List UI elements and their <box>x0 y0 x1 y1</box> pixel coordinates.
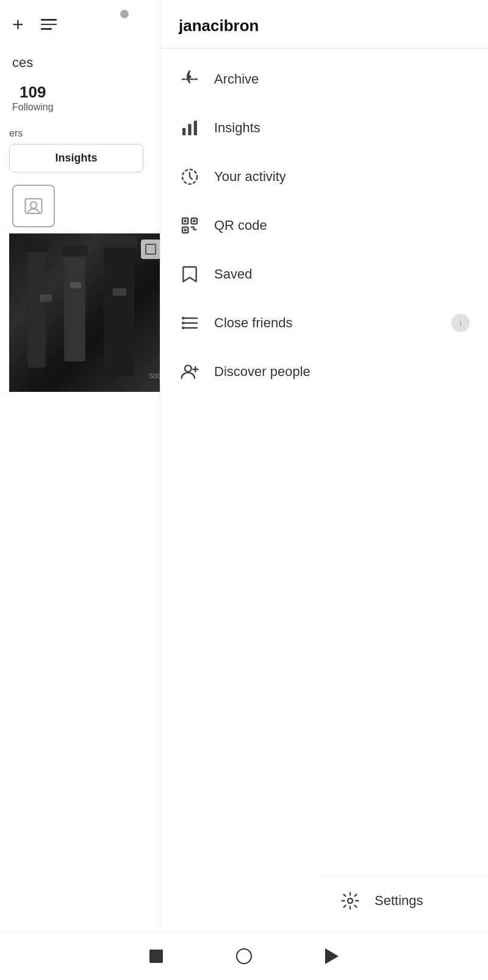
svg-marker-16 <box>182 316 185 319</box>
svg-rect-5 <box>194 121 197 135</box>
menu-item-settings[interactable]: Settings <box>321 876 488 925</box>
nav-home-button[interactable] <box>236 948 252 964</box>
svg-rect-11 <box>193 220 195 222</box>
svg-rect-10 <box>184 220 187 222</box>
menu-header: janacibron <box>160 0 488 49</box>
android-nav-bar <box>0 931 488 980</box>
qr-label: QR code <box>214 218 267 233</box>
partial-followers: ers <box>9 128 151 139</box>
svg-point-22 <box>348 898 353 903</box>
discover-icon <box>179 361 201 383</box>
menu-item-close-friends[interactable]: Close friends i <box>160 299 488 347</box>
insights-label: Insights <box>214 120 260 136</box>
qr-icon <box>179 215 201 236</box>
saved-label: Saved <box>214 266 252 282</box>
camera-person-icon <box>23 195 45 217</box>
photo-grid-item[interactable]: 500 <box>9 233 160 392</box>
archive-icon <box>179 68 201 90</box>
photo-bw: 500 <box>9 233 160 392</box>
username-label: janacibron <box>179 16 259 35</box>
profile-section: ces 109 Following ers Insights <box>0 49 160 404</box>
discover-label: Discover people <box>214 364 310 380</box>
left-panel: + ces 109 Following ers Insights <box>0 0 160 980</box>
activity-label: Your activity <box>214 169 286 185</box>
svg-rect-3 <box>182 128 185 135</box>
nav-square-button[interactable] <box>149 950 163 963</box>
menu-item-activity[interactable]: Your activity <box>160 152 488 201</box>
activity-icon <box>179 166 201 188</box>
stats-row: 109 Following <box>9 83 151 113</box>
svg-point-1 <box>30 202 37 208</box>
svg-rect-0 <box>26 199 42 213</box>
menu-item-qr[interactable]: QR code <box>160 201 488 250</box>
close-friends-label: Close friends <box>214 315 292 331</box>
partial-label: ces <box>9 55 151 71</box>
svg-point-19 <box>185 365 192 372</box>
following-stat: 109 Following <box>12 83 54 113</box>
archive-label: Archive <box>214 71 259 87</box>
menu-item-insights[interactable]: Insights <box>160 104 488 152</box>
hamburger-menu[interactable] <box>41 19 57 30</box>
settings-icon <box>339 890 361 912</box>
add-photo-placeholder[interactable] <box>12 185 55 227</box>
new-post-button[interactable]: + <box>12 13 24 36</box>
insights-button[interactable]: Insights <box>9 144 143 172</box>
menu-item-saved[interactable]: Saved <box>160 250 488 299</box>
menu-item-archive[interactable]: Archive <box>160 55 488 104</box>
insights-icon <box>179 117 201 139</box>
left-top-bar: + <box>0 0 160 49</box>
svg-rect-12 <box>184 229 187 231</box>
following-count: 109 <box>20 83 46 102</box>
close-friends-badge: i <box>451 314 470 332</box>
svg-marker-18 <box>182 326 185 329</box>
settings-label: Settings <box>375 893 423 909</box>
menu-item-discover[interactable]: Discover people <box>160 347 488 396</box>
right-panel: janacibron Archive <box>160 0 488 980</box>
following-label: Following <box>12 102 54 113</box>
saved-icon <box>179 263 201 285</box>
menu-items-list: Archive Insights Your activity <box>160 49 488 402</box>
nav-back-button[interactable] <box>325 948 339 964</box>
svg-point-2 <box>189 76 191 78</box>
svg-marker-17 <box>182 321 185 324</box>
notification-indicator <box>119 9 130 20</box>
close-friends-icon <box>179 312 201 334</box>
svg-rect-4 <box>188 124 191 135</box>
